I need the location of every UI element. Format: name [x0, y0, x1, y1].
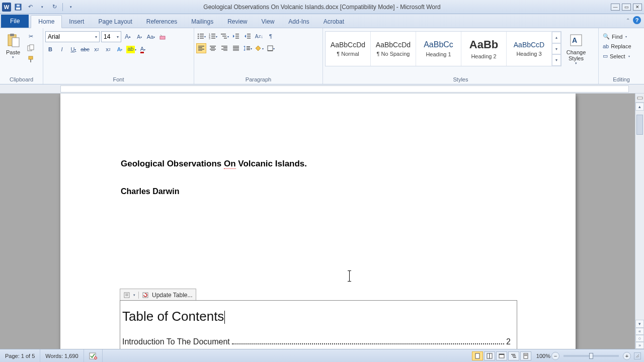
tab-review[interactable]: Review: [220, 16, 254, 28]
minimize-ribbon-icon[interactable]: ⌃: [626, 18, 630, 23]
strikethrough-button[interactable]: abc: [80, 44, 90, 54]
redo-icon[interactable]: ↻: [49, 2, 59, 12]
toc-title[interactable]: Table of Contents: [122, 309, 511, 324]
decrease-indent-icon[interactable]: [231, 31, 241, 41]
zoom-slider[interactable]: [564, 355, 619, 357]
tab-view[interactable]: View: [255, 16, 282, 28]
save-icon[interactable]: [13, 2, 23, 12]
scroll-thumb[interactable]: [636, 115, 643, 135]
browse-object-icon[interactable]: ○: [635, 335, 644, 342]
outline-view-icon[interactable]: [508, 351, 519, 360]
ruler-toggle-icon[interactable]: [635, 94, 644, 103]
tab-insert[interactable]: Insert: [62, 16, 91, 28]
tab-add-ins[interactable]: Add-Ins: [281, 16, 316, 28]
style-heading-3[interactable]: AaBbCcDHeading 3: [507, 32, 552, 66]
status-words[interactable]: Words: 1,690: [40, 349, 84, 362]
undo-icon[interactable]: ↶: [25, 2, 35, 12]
sort-icon[interactable]: AZ↓: [254, 31, 264, 41]
toc-options-icon[interactable]: [123, 292, 130, 299]
qat-customize-icon[interactable]: ▾: [66, 2, 76, 12]
scroll-track[interactable]: [635, 111, 644, 320]
multilevel-list-icon[interactable]: ▾: [219, 31, 229, 41]
subscript-button[interactable]: x2: [92, 44, 102, 54]
shading-icon[interactable]: ▾: [254, 43, 264, 53]
tab-file[interactable]: File: [1, 15, 29, 28]
help-icon[interactable]: ?: [633, 16, 641, 24]
change-case-icon[interactable]: Aa▾: [146, 32, 156, 42]
style-scroll-down-icon[interactable]: ▾: [552, 43, 561, 55]
tab-references[interactable]: References: [139, 16, 184, 28]
replace-button[interactable]: abReplace: [601, 42, 633, 50]
tab-home[interactable]: Home: [31, 15, 62, 28]
tab-mailings[interactable]: Mailings: [184, 16, 220, 28]
zoom-level[interactable]: 100%: [536, 353, 550, 359]
undo-dropdown-icon[interactable]: ▾: [37, 2, 47, 12]
align-center-button[interactable]: [208, 43, 218, 53]
close-button[interactable]: ✕: [633, 4, 642, 11]
style-expand-icon[interactable]: ▾: [552, 54, 561, 66]
style-heading-1[interactable]: AaBbCcHeading 1: [416, 32, 461, 66]
horizontal-ruler[interactable]: [60, 85, 629, 93]
style-scroll-up-icon[interactable]: ▴: [552, 32, 561, 43]
toc-options-dropdown-icon[interactable]: ▾: [133, 293, 135, 297]
zoom-out-button[interactable]: −: [551, 352, 559, 360]
toc-entry[interactable]: Introduction To The Document2: [122, 337, 511, 346]
highlight-icon[interactable]: ab▾: [126, 44, 136, 54]
next-page-icon[interactable]: »: [635, 342, 644, 349]
select-button[interactable]: ▭Select▾: [601, 52, 633, 60]
tab-acrobat[interactable]: Acrobat: [316, 16, 351, 28]
draft-view-icon[interactable]: [520, 351, 531, 360]
paste-button[interactable]: Paste ▾: [2, 31, 24, 60]
bold-button[interactable]: B: [45, 44, 55, 54]
style-normal[interactable]: AaBbCcDd¶ Normal: [326, 32, 371, 66]
change-styles-button[interactable]: A Change Styles ▾: [563, 31, 589, 75]
align-right-button[interactable]: [219, 43, 229, 53]
group-clipboard: Paste ▾ ✂ Clipboard: [0, 28, 43, 84]
document-title[interactable]: Geological Observations On Volcanic Isla…: [121, 159, 515, 169]
underline-button[interactable]: U▾: [68, 44, 78, 54]
print-layout-view-icon[interactable]: [472, 351, 483, 360]
justify-button[interactable]: [231, 43, 241, 53]
document-author[interactable]: Charles Darwin: [121, 187, 515, 196]
format-painter-icon[interactable]: [26, 54, 36, 64]
find-button[interactable]: 🔍Find▾: [601, 32, 633, 41]
web-layout-view-icon[interactable]: [496, 351, 507, 360]
scroll-up-icon[interactable]: ▴: [635, 103, 644, 111]
update-table-button[interactable]: Update Table...: [152, 292, 193, 299]
scroll-down-icon[interactable]: ▾: [635, 320, 644, 328]
line-spacing-icon[interactable]: ▾: [243, 43, 253, 53]
toc-container[interactable]: Table of Contents Introduction To The Do…: [120, 300, 517, 349]
font-color-icon[interactable]: A▾: [138, 44, 148, 54]
document-area[interactable]: Geological Observations On Volcanic Isla…: [0, 94, 644, 349]
superscript-button[interactable]: x2: [103, 44, 113, 54]
tab-page-layout[interactable]: Page Layout: [91, 16, 139, 28]
zoom-in-button[interactable]: +: [623, 352, 631, 360]
status-proofing-icon[interactable]: [84, 349, 103, 362]
cut-icon[interactable]: ✂: [26, 31, 36, 41]
bullets-icon[interactable]: ▾: [196, 31, 206, 41]
show-marks-icon[interactable]: ¶: [266, 31, 276, 41]
text-effects-icon[interactable]: A▾: [115, 44, 125, 54]
clear-formatting-icon[interactable]: [157, 32, 168, 42]
borders-icon[interactable]: ▾: [266, 43, 276, 53]
copy-icon[interactable]: [26, 43, 36, 53]
minimize-button[interactable]: —: [611, 4, 620, 11]
resize-grip-icon[interactable]: [634, 352, 641, 359]
increase-indent-icon[interactable]: [243, 31, 253, 41]
status-page[interactable]: Page: 1 of 5: [0, 349, 40, 362]
grow-font-icon[interactable]: A▴: [123, 32, 133, 42]
shrink-font-icon[interactable]: A▾: [134, 32, 144, 42]
font-name-select[interactable]: Arial▾: [45, 31, 100, 42]
style-heading-2[interactable]: AaBbHeading 2: [461, 32, 507, 66]
align-left-button[interactable]: [196, 43, 206, 53]
style-gallery[interactable]: AaBbCcDd¶ Normal AaBbCcDd¶ No Spacing Aa…: [325, 31, 561, 66]
italic-button[interactable]: I: [57, 44, 67, 54]
zoom-knob[interactable]: [589, 353, 593, 359]
maximize-button[interactable]: ▭: [622, 4, 631, 11]
full-screen-view-icon[interactable]: [484, 351, 495, 360]
prev-page-icon[interactable]: «: [635, 328, 644, 335]
font-size-select[interactable]: 14▾: [101, 31, 121, 42]
numbering-icon[interactable]: 123▾: [208, 31, 218, 41]
style-no-spacing[interactable]: AaBbCcDd¶ No Spacing: [371, 32, 416, 66]
svg-rect-16: [200, 38, 204, 39]
